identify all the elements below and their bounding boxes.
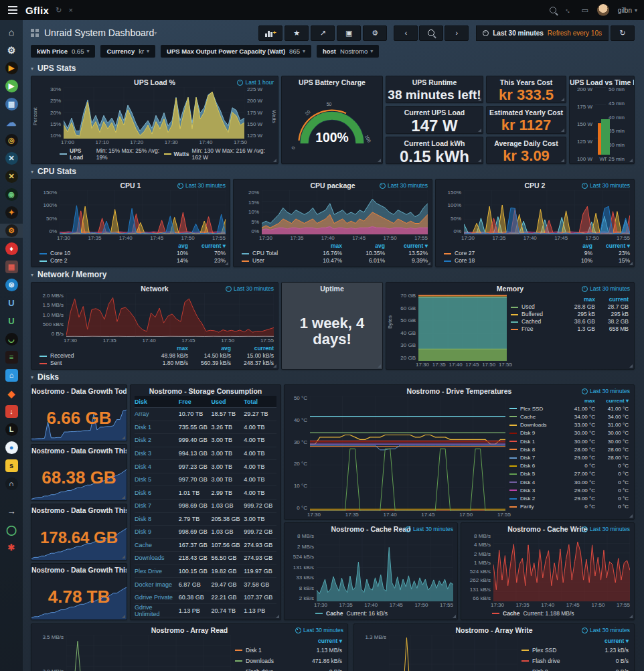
avatar[interactable] [597, 4, 609, 16]
legend-series[interactable]: Sent [39, 360, 145, 367]
legend-series[interactable]: Cached [511, 318, 562, 325]
app-icon-orange-play[interactable]: ▶ [0, 61, 23, 75]
legend-series[interactable]: Core 2 [39, 257, 151, 265]
home-icon[interactable]: ⌂ [0, 25, 23, 39]
chart-plot[interactable] [389, 635, 517, 671]
chevron-down-icon[interactable]: ▾ [154, 30, 157, 36]
variable-dropdown[interactable]: host Nostromo▾ [317, 45, 379, 58]
panel-time-badge[interactable]: Last 30 minutes [582, 526, 630, 532]
legend-series[interactable]: Downloads [235, 658, 301, 665]
legend-item[interactable]: WattsMin: 130 W Max: 216 W Avg: 162 W [164, 147, 271, 161]
disk-link[interactable]: Disk 3 [135, 450, 179, 457]
app-icon-red-cluster[interactable]: ▦ [0, 260, 23, 274]
legend-series[interactable]: Used [511, 303, 562, 311]
app-icon-sub[interactable]: s [0, 459, 23, 473]
time-back-button[interactable]: ‹ [394, 25, 418, 41]
sign-out-icon[interactable]: → [0, 504, 23, 518]
panel-title[interactable]: Nostromo - Data Growth This Month [31, 504, 127, 515]
gitlab-icon[interactable]: ◆ [0, 386, 23, 400]
menu-toggle-icon[interactable] [7, 5, 19, 15]
chart-plot[interactable] [310, 396, 505, 511]
github-icon[interactable]: ◯ [0, 522, 23, 536]
add-panel-button[interactable]: + [258, 25, 283, 41]
app-icon-blue-home[interactable]: ⌂ [0, 368, 23, 382]
app-icon-water-drop[interactable]: ● [0, 441, 23, 455]
fullscreen-icon[interactable]: ↔ [564, 5, 574, 15]
chart-plot[interactable] [66, 635, 231, 671]
section-header-ups[interactable]: ▾ UPS Stats [31, 63, 635, 74]
section-header-netmem[interactable]: ▾ Network / Memory [31, 269, 635, 280]
chart-plot[interactable] [464, 190, 630, 234]
page-title[interactable]: Unraid System Dashboard [44, 27, 154, 38]
disk-link[interactable]: Array [135, 411, 179, 417]
variable-dropdown[interactable]: UPS Max Output Power Capacity (Watt) 865… [161, 45, 311, 58]
refresh-dashboard-button[interactable]: ↻ [611, 25, 635, 41]
disk-link[interactable]: Disk 4 [135, 463, 179, 470]
panel-title[interactable]: Estimated Yearly Cost [487, 106, 566, 117]
panel-title[interactable]: UPS Battery Charge [282, 76, 382, 87]
app-icon-blue-orbit[interactable]: ⊚ [0, 278, 23, 292]
disk-link[interactable]: Downloads [135, 554, 179, 561]
chart-plot[interactable] [66, 293, 274, 337]
legend-series[interactable]: Buffered [511, 311, 562, 318]
app-icon-lazy-library[interactable]: L [0, 423, 23, 437]
star-button[interactable]: ★ [285, 25, 309, 41]
disk-link[interactable]: Gdrive Unlimited [135, 604, 179, 617]
variable-dropdown[interactable]: Currency kr▾ [100, 45, 155, 58]
legend-series[interactable]: User [242, 257, 299, 265]
variable-dropdown[interactable]: kWh Price 0.65▾ [31, 45, 95, 58]
panel-title[interactable]: Average Daily Cost [487, 137, 566, 148]
legend-series[interactable]: Free [511, 325, 562, 333]
panel-title[interactable]: Current UPS Load [386, 106, 483, 117]
legend-series[interactable]: Flash drive [521, 658, 587, 665]
user-menu[interactable]: gilbn▾ [618, 7, 637, 14]
legend-series[interactable]: Disk 2 [509, 495, 562, 502]
section-header-cpu[interactable]: ▾ CPU Stats [31, 166, 635, 177]
legend-series[interactable]: Disk 7 [509, 454, 562, 461]
disk-link[interactable]: Disk 7 [135, 502, 179, 509]
disk-link[interactable]: Disk 1 [135, 424, 179, 431]
legend-series[interactable]: Core 10 [39, 250, 151, 257]
app-icon-green-dish[interactable]: ◡ [0, 332, 23, 346]
disk-link[interactable]: Disk 2 [135, 437, 179, 443]
legend-series[interactable]: Core 27 [444, 250, 555, 257]
legend-series[interactable]: CPU Total [242, 250, 299, 257]
panel-time-badge[interactable]: Last 30 minutes [295, 627, 343, 633]
time-range-picker[interactable]: Last 30 minutes Refresh every 10s [476, 25, 609, 41]
panel-time-badge[interactable]: Last 30 minutes [405, 526, 453, 532]
panel-title[interactable]: This Years Cost [487, 76, 566, 87]
panel-title[interactable]: UPS Runtime [386, 76, 483, 87]
app-icon-blue-u[interactable]: U [0, 296, 23, 310]
panel-title[interactable]: Nostromo - Data Growth This Year [31, 564, 127, 575]
cloud-icon[interactable]: ☁ [0, 115, 23, 129]
disk-link[interactable]: Plex Drive [135, 568, 179, 575]
chart-plot[interactable] [317, 534, 453, 601]
legend-series[interactable]: Disk 9 [521, 668, 587, 671]
app-icon-yellow-cross[interactable]: ✕ [0, 169, 23, 183]
monitor-icon[interactable]: ▭ [581, 6, 588, 15]
disk-link[interactable]: Disk 5 [135, 476, 179, 483]
legend-series[interactable]: Disk 8 [509, 446, 562, 453]
app-icon-indicator-lights[interactable]: ≡ [0, 350, 23, 364]
settings-gear-icon[interactable]: ⚙ [0, 43, 23, 57]
panel-title[interactable]: Nostromo - Data Growth This Week [31, 445, 127, 455]
panel-time-badge[interactable]: Last 30 minutes [582, 182, 630, 189]
app-icon-blue-media[interactable]: ▦ [0, 97, 23, 111]
app-icon-orange-gear[interactable]: ⚙ [0, 224, 23, 238]
legend-series[interactable]: Disk 3 [509, 487, 562, 494]
disk-link[interactable]: Docker Image [135, 581, 179, 588]
panel-time-badge[interactable]: Last 30 minutes [177, 182, 226, 189]
panel-time-badge[interactable]: Last 30 minutes [582, 285, 630, 292]
app-icon-red-wheel[interactable]: ✱ [0, 540, 23, 554]
legend-series[interactable]: Disk 1 [235, 647, 301, 654]
panel-time-badge[interactable]: Last 30 minutes [582, 627, 630, 633]
panel-title[interactable]: UPS Load vs Time left [570, 76, 634, 87]
panel-time-badge[interactable]: Last 30 minutes [582, 388, 630, 394]
shield-icon[interactable]: ♦ [0, 242, 23, 256]
legend-series[interactable]: Disk 6 [509, 462, 562, 469]
chart-plot[interactable] [493, 534, 630, 601]
close-icon[interactable]: × [69, 7, 73, 14]
app-icon-red-download[interactable]: ↓ [0, 404, 23, 419]
app-icon-network-graph[interactable]: ✦ [0, 206, 23, 220]
search-icon[interactable] [550, 7, 556, 13]
